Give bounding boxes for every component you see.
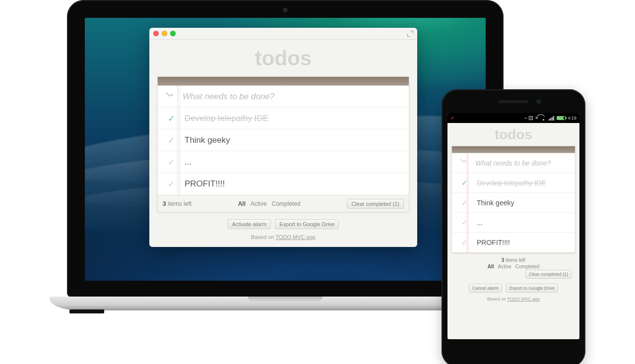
clear-completed-button[interactable]: Clear completed (1) [347,199,404,209]
phone-speaker [499,100,528,103]
app-credit: Based on TODO MVC app [447,297,579,302]
phone-frame: ✔ ⌁ N ✕ 4:19 todos ❯ What needs to be do… [442,89,585,364]
check-icon[interactable]: ✓ [165,135,178,146]
mac-app-window: todos ❯ What needs to be done? ✓ Develop… [149,28,417,247]
app-title: todos [157,47,409,70]
todo-text: PROFIT!!!! [470,239,510,246]
todo-text: Develop telepathy IDE [178,114,268,123]
todo-text: PROFIT!!!! [178,179,225,189]
credit-link[interactable]: TODO MVC app [507,297,540,302]
chevron-down-icon[interactable]: ❯ [166,91,174,102]
filter-active[interactable]: Active [251,200,267,207]
statusbar-time: 4:19 [568,116,576,121]
export-drive-button[interactable]: Export to Google Drive [275,219,339,229]
filter-group: All Active Completed [455,264,572,269]
app-credit: Based on TODO MVC app [157,234,409,240]
laptop-screen: todos ❯ What needs to be done? ✓ Develop… [85,18,486,281]
activate-alarm-button[interactable]: Activate alarm [228,219,271,229]
todo-text: ... [470,219,483,227]
carrier-check-icon: ✔ [450,116,454,121]
phone-camera [536,99,541,104]
todo-item[interactable]: ✓ ... [158,151,409,173]
filter-all[interactable]: All [488,264,494,269]
todo-sheet: ❯ What needs to be done? ✓ Develop telep… [157,76,409,212]
new-todo-input[interactable]: ❯ What needs to be done? [158,86,409,108]
signal-icon [549,116,555,121]
todo-item[interactable]: ✓ ... [452,213,575,233]
items-left: 3 items left [163,200,191,207]
mac-titlebar [149,28,417,40]
cancel-alarm-button[interactable]: Cancel alarm [469,284,502,293]
check-icon[interactable]: ✓ [165,179,178,189]
android-statusbar: ✔ ⌁ N ✕ 4:19 [447,113,579,123]
todo-sheet: ❯ What needs to be done? ✓ Develop telep… [451,146,575,253]
todo-item[interactable]: ✓ Develop telepathy IDE [158,108,409,129]
wifi-icon [541,116,547,121]
phone-screen: ✔ ⌁ N ✕ 4:19 todos ❯ What needs to be do… [447,113,579,339]
close-icon[interactable] [153,31,159,36]
laptop-camera [283,8,287,12]
filter-all[interactable]: All [238,200,246,207]
todo-item[interactable]: ✓ PROFIT!!!! [158,173,409,195]
clear-completed-button[interactable]: Clear completed (1) [525,270,572,279]
new-todo-placeholder: What needs to be done? [468,159,551,167]
filter-completed[interactable]: Completed [272,200,301,207]
todo-item[interactable]: ✓ Think geeky [452,193,575,213]
battery-icon [557,116,566,120]
filter-completed[interactable]: Completed [515,264,539,269]
todo-item[interactable]: ✓ Think geeky [158,129,409,151]
todo-text: Think geeky [178,135,230,145]
todo-sheet-footer: 3 items left All Active Completed Clear … [451,253,575,279]
new-todo-input[interactable]: ❯ What needs to be done? [452,153,575,173]
chevron-down-icon[interactable]: ❯ [460,158,467,168]
new-todo-placeholder: What needs to be done? [176,92,274,102]
laptop-lid: todos ❯ What needs to be done? ✓ Develop… [67,0,504,298]
todo-item[interactable]: ✓ Develop telepathy IDE [452,173,575,193]
todo-item[interactable]: ✓ PROFIT!!!! [452,233,575,252]
items-left: 3 items left [455,257,572,263]
todo-text: Develop telepathy IDE [470,179,546,187]
bluetooth-icon: ⌁ [524,116,527,121]
filter-group: All Active Completed [238,200,301,207]
credit-link[interactable]: TODO MVC app [275,234,316,240]
fullscreen-icon[interactable] [407,31,413,37]
minimize-icon[interactable] [162,31,167,36]
check-icon[interactable]: ✓ [165,157,178,168]
traffic-lights [153,31,176,36]
filter-active[interactable]: Active [498,264,511,269]
check-icon[interactable]: ✓ [165,113,178,124]
todo-text: Think geeky [470,199,514,207]
todo-sheet-footer: 3 items left All Active Completed Clear … [158,195,409,212]
app-title: todos [447,127,579,143]
nfc-icon: N [529,116,533,120]
zoom-icon[interactable] [170,31,176,36]
export-drive-button[interactable]: Export to Google Drive [506,284,558,293]
